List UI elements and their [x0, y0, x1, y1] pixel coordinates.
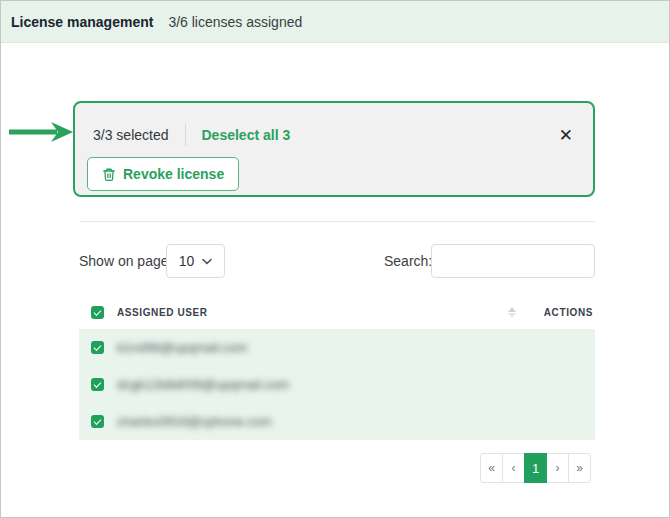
chevron-down-icon: [202, 258, 212, 265]
pagination: « ‹ 1 › »: [480, 453, 591, 483]
page-size-value: 10: [179, 253, 195, 269]
pagination-last-button[interactable]: »: [568, 453, 591, 483]
search-label: Search:: [384, 244, 432, 278]
row-checkbox[interactable]: [91, 378, 104, 391]
arrow-annotation-icon: [7, 120, 73, 144]
sort-arrows-icon[interactable]: [508, 307, 516, 318]
pagination-prev-button[interactable]: ‹: [502, 453, 525, 483]
selection-panel: 3/3 selected Deselect all 3 ✕ Revoke lic…: [73, 101, 595, 197]
deselect-all-link[interactable]: Deselect all 3: [202, 127, 291, 143]
table-header-row: ASSIGNED USER ACTIONS: [79, 296, 595, 329]
assigned-user-email: charles0919@zphone.com: [117, 414, 272, 429]
show-on-page-label: Show on page:: [79, 244, 172, 278]
vertical-divider: [185, 124, 186, 146]
page-title: License management: [11, 14, 153, 30]
revoke-license-label: Revoke license: [123, 166, 224, 182]
page-size-select[interactable]: 10: [166, 244, 225, 278]
pagination-first-button[interactable]: «: [480, 453, 503, 483]
row-checkbox[interactable]: [91, 341, 104, 354]
section-divider: [79, 221, 595, 222]
select-all-checkbox[interactable]: [91, 306, 104, 319]
table-body: b1nd98@upqmail.com dcgk12b8d008@upqmail.…: [79, 329, 595, 440]
assigned-user-email: b1nd98@upqmail.com: [117, 340, 247, 355]
pagination-next-button[interactable]: ›: [546, 453, 569, 483]
table-row[interactable]: charles0919@zphone.com: [79, 403, 595, 440]
assigned-user-email: dcgk12b8d008@upqmail.com: [117, 377, 289, 392]
licenses-assigned-status: 3/6 licenses assigned: [168, 14, 302, 30]
close-icon[interactable]: ✕: [555, 125, 577, 146]
license-management-screen: License management 3/6 licenses assigned…: [0, 0, 670, 518]
pagination-page-1-button[interactable]: 1: [524, 453, 547, 483]
table-row[interactable]: dcgk12b8d008@upqmail.com: [79, 366, 595, 403]
table-row[interactable]: b1nd98@upqmail.com: [79, 329, 595, 366]
search-input[interactable]: [431, 244, 595, 278]
trash-icon: [102, 167, 116, 182]
selection-panel-row: 3/3 selected Deselect all 3 ✕: [93, 123, 577, 147]
selected-count-label: 3/3 selected: [93, 127, 169, 143]
revoke-license-button[interactable]: Revoke license: [87, 157, 239, 191]
row-checkbox[interactable]: [91, 415, 104, 428]
column-header-actions: ACTIONS: [544, 307, 593, 318]
column-header-assigned-user[interactable]: ASSIGNED USER: [117, 307, 208, 318]
page-header: License management 3/6 licenses assigned: [1, 1, 669, 43]
table-controls: Show on page: 10 Search:: [79, 244, 595, 278]
